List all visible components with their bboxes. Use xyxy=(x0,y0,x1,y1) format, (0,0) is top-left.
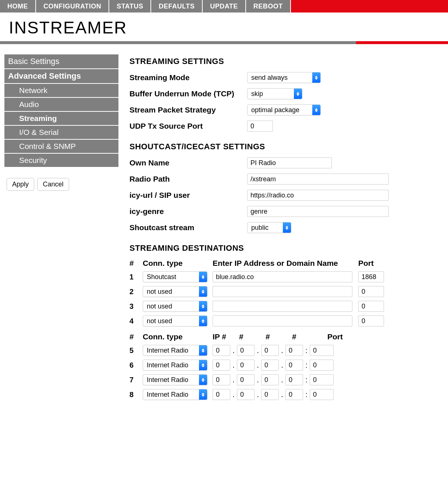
nav-reboot[interactable]: REBOOT xyxy=(246,0,290,13)
input-port[interactable] xyxy=(310,389,334,400)
select-conn-type[interactable]: Internet Radio xyxy=(143,345,207,356)
input-ip-octet[interactable] xyxy=(261,345,279,356)
dot-separator: . xyxy=(279,376,285,384)
input-ip-octet[interactable] xyxy=(285,389,303,400)
nav-update[interactable]: UPDATE xyxy=(203,0,245,13)
input-ip-octet[interactable] xyxy=(261,389,279,400)
input-udp-port[interactable] xyxy=(247,121,273,132)
select-conn-type[interactable]: Shoutcast xyxy=(143,271,207,282)
label-icy-genre: icy-genre xyxy=(129,207,247,216)
row-num: 7 xyxy=(129,376,143,384)
input-own-name[interactable] xyxy=(247,157,332,168)
row-num: 3 xyxy=(129,302,143,311)
nav-defaults[interactable]: DEFAULTS xyxy=(151,0,202,13)
main-panel: STREAMING SETTINGS Streaming Mode send a… xyxy=(129,54,448,404)
header-hash: # xyxy=(266,332,292,341)
header-port: Port xyxy=(358,259,388,268)
label-own-name: Own Name xyxy=(129,158,247,167)
input-port[interactable] xyxy=(310,345,334,356)
select-buffer-underrun[interactable]: skip xyxy=(247,88,302,99)
input-ip-octet[interactable] xyxy=(285,360,303,371)
sidebar-sub-security[interactable]: Security xyxy=(4,154,118,168)
sidebar-item-basic-settings[interactable]: Basic Settings xyxy=(4,54,118,69)
row-num: 6 xyxy=(129,361,143,370)
input-ip-octet[interactable] xyxy=(285,374,303,385)
select-packet-strategy-value: optimal package xyxy=(248,105,312,115)
input-port[interactable] xyxy=(358,301,384,312)
row-num: 2 xyxy=(129,288,143,296)
header-ip: IP # xyxy=(213,332,239,341)
input-ip-octet[interactable] xyxy=(213,345,230,356)
chevron-updown-icon xyxy=(283,222,291,233)
input-ip-octet[interactable] xyxy=(213,360,230,371)
select-conn-type[interactable]: Internet Radio xyxy=(143,374,207,385)
header-hash: # xyxy=(239,332,266,341)
label-packet-strategy: Stream Packet Strategy xyxy=(129,106,247,114)
dot-separator: . xyxy=(255,361,261,370)
label-icy-url: icy-url / SIP user xyxy=(129,191,247,200)
dest-row: 2 not used xyxy=(129,286,441,297)
input-icy-genre[interactable] xyxy=(247,206,389,217)
label-streaming-mode: Streaming Mode xyxy=(129,73,247,82)
select-packet-strategy[interactable]: optimal package xyxy=(247,104,321,115)
input-address[interactable] xyxy=(213,271,352,282)
dot-separator: . xyxy=(279,390,285,399)
header-port: Port xyxy=(327,332,357,341)
input-ip-octet[interactable] xyxy=(237,360,255,371)
input-ip-octet[interactable] xyxy=(213,389,230,400)
input-address[interactable] xyxy=(213,315,352,326)
select-conn-type[interactable]: Internet Radio xyxy=(143,389,207,400)
page-title: INSTREAMER xyxy=(9,18,448,38)
input-ip-octet[interactable] xyxy=(285,345,303,356)
nav-status[interactable]: STATUS xyxy=(109,0,150,13)
input-port[interactable] xyxy=(358,271,384,282)
dest-header-2: # Conn. type IP # # # # Port xyxy=(129,332,441,341)
input-ip-octet[interactable] xyxy=(261,360,279,371)
input-port[interactable] xyxy=(358,315,384,326)
sidebar-sub-streaming[interactable]: Streaming xyxy=(4,112,118,126)
select-conn-type[interactable]: not used xyxy=(143,286,207,297)
select-conn-type[interactable]: not used xyxy=(143,315,207,326)
sidebar-item-advanced-settings[interactable]: Advanced Settings xyxy=(4,69,118,84)
dot-separator: . xyxy=(230,390,237,399)
input-port[interactable] xyxy=(310,374,334,385)
select-conn-type-value: Shoutcast xyxy=(143,272,199,282)
sidebar-sub-network[interactable]: Network xyxy=(4,84,118,98)
input-ip-octet[interactable] xyxy=(237,345,255,356)
select-conn-type[interactable]: Internet Radio xyxy=(143,360,207,371)
chevron-updown-icon xyxy=(199,360,207,370)
label-radio-path: Radio Path xyxy=(129,175,247,183)
input-address[interactable] xyxy=(213,301,352,312)
label-buffer-underrun: Buffer Underrun Mode (TCP) xyxy=(129,89,247,98)
input-port[interactable] xyxy=(358,286,384,297)
input-ip-octet[interactable] xyxy=(261,374,279,385)
dot-separator: . xyxy=(279,361,285,370)
dest-row: 4 not used xyxy=(129,315,441,326)
nav-filler xyxy=(291,0,448,13)
chevron-updown-icon xyxy=(199,301,207,311)
select-conn-type[interactable]: not used xyxy=(143,301,207,312)
label-udp-port: UDP Tx Source Port xyxy=(129,122,247,131)
input-ip-octet[interactable] xyxy=(237,374,255,385)
input-port[interactable] xyxy=(310,360,334,371)
colon-separator: : xyxy=(303,361,310,370)
colon-separator: : xyxy=(303,346,310,355)
header-num: # xyxy=(129,332,143,341)
input-radio-path[interactable] xyxy=(247,174,389,185)
label-shoutcast-stream: Shoutcast stream xyxy=(129,223,247,232)
input-ip-octet[interactable] xyxy=(213,374,230,385)
cancel-button[interactable]: Cancel xyxy=(37,178,69,191)
input-address[interactable] xyxy=(213,286,352,297)
select-streaming-mode[interactable]: send always xyxy=(247,72,321,83)
select-shoutcast-stream[interactable]: public xyxy=(247,222,291,233)
apply-button[interactable]: Apply xyxy=(7,178,34,191)
sidebar-sub-audio[interactable]: Audio xyxy=(4,98,118,112)
input-icy-url[interactable] xyxy=(247,190,389,201)
sidebar-sub-io-serial[interactable]: I/O & Serial xyxy=(4,126,118,140)
nav-configuration[interactable]: CONFIGURATION xyxy=(36,0,109,13)
input-ip-octet[interactable] xyxy=(237,389,255,400)
dot-separator: . xyxy=(255,346,261,355)
sidebar-sub-control-snmp[interactable]: Control & SNMP xyxy=(4,140,118,154)
row-num: 5 xyxy=(129,346,143,355)
nav-home[interactable]: HOME xyxy=(0,0,35,13)
